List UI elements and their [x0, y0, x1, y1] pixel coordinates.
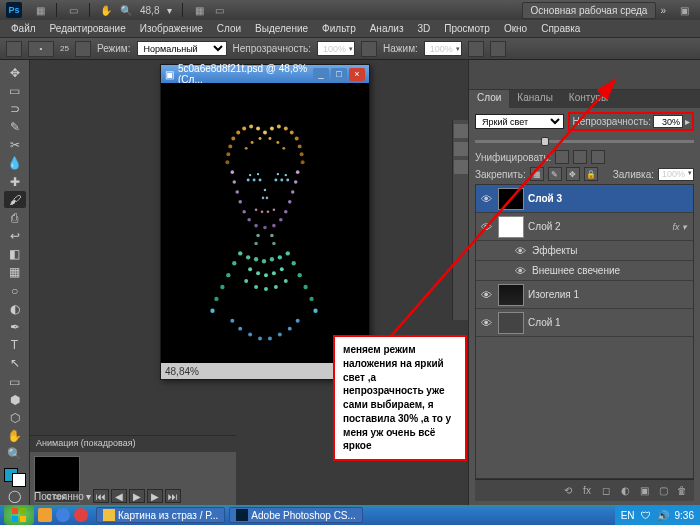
type-tool[interactable]: T — [4, 337, 26, 354]
lasso-tool[interactable]: ⊃ — [4, 100, 26, 117]
clock[interactable]: 9:36 — [675, 510, 694, 521]
language-indicator[interactable]: EN — [621, 510, 635, 521]
visibility-toggle[interactable]: 👁 — [478, 193, 494, 205]
quick-launch-icon[interactable] — [38, 508, 52, 522]
layer-name[interactable]: Слой 3 — [528, 193, 691, 204]
layer-row[interactable]: 👁 Изогелия 1 — [476, 281, 693, 309]
marquee-tool[interactable]: ▭ — [4, 82, 26, 99]
3d-camera-tool[interactable]: ⬡ — [4, 409, 26, 426]
opacity-dropdown-icon[interactable]: ▸ — [685, 116, 690, 127]
arrange-docs-icon[interactable]: ▦ — [191, 2, 207, 18]
dodge-tool[interactable]: ◐ — [4, 300, 26, 317]
blur-tool[interactable]: ○ — [4, 282, 26, 299]
tray-icon[interactable]: 🛡 — [641, 510, 651, 521]
layer-name[interactable]: Слой 1 — [528, 317, 691, 328]
menu-select[interactable]: Выделение — [248, 21, 315, 36]
opacity-slider[interactable] — [475, 135, 694, 147]
eyedropper-tool[interactable]: 💧 — [4, 155, 26, 172]
quick-launch-icon[interactable] — [74, 508, 88, 522]
layer-row[interactable]: 👁 Слой 1 — [476, 309, 693, 337]
brush-preview[interactable]: • — [28, 41, 54, 57]
unify-position-icon[interactable] — [555, 150, 569, 164]
layer-thumbnail[interactable] — [498, 312, 524, 334]
doc-maximize-button[interactable]: □ — [331, 68, 347, 81]
document-window[interactable]: ▣ 5c0a6e8d8f21t.psd @ 48,8% (Сл... _ □ × — [160, 64, 370, 380]
menu-3d[interactable]: 3D — [410, 21, 437, 36]
layer-effects-row[interactable]: 👁 Эффекты — [476, 241, 693, 261]
bridge-icon[interactable]: ▦ — [32, 2, 48, 18]
hand-tool[interactable]: ✋ — [4, 427, 26, 444]
anim-first-button[interactable]: ⏮ — [93, 489, 109, 503]
taskbar-item[interactable]: Adobe Photoshop CS... — [229, 507, 363, 523]
quick-launch-icon[interactable] — [56, 508, 70, 522]
csLive-icon[interactable]: ▣ — [676, 2, 692, 18]
zoom-toolbox[interactable]: 🔍 — [4, 446, 26, 463]
gradient-tool[interactable]: ▦ — [4, 264, 26, 281]
quick-select-tool[interactable]: ✎ — [4, 119, 26, 136]
menu-image[interactable]: Изображение — [133, 21, 210, 36]
fill-input[interactable]: 100% — [658, 168, 694, 181]
new-layer-icon[interactable]: ▢ — [655, 483, 671, 499]
layer-group-icon[interactable]: ▣ — [636, 483, 652, 499]
menu-window[interactable]: Окно — [497, 21, 534, 36]
taskbar-item[interactable]: Картина из страз / Р... — [96, 507, 225, 523]
collapsed-panel-icon[interactable] — [454, 124, 468, 138]
unify-style-icon[interactable] — [591, 150, 605, 164]
status-zoom[interactable]: 48,84% — [165, 366, 199, 377]
anim-prev-button[interactable]: ◀ — [111, 489, 127, 503]
layer-thumbnail[interactable] — [498, 284, 524, 306]
visibility-toggle[interactable]: 👁 — [478, 317, 494, 329]
view-extras-icon[interactable]: ▭ — [65, 2, 81, 18]
healing-tool[interactable]: ✚ — [4, 173, 26, 190]
layer-row[interactable]: 👁 Слой 3 — [476, 185, 693, 213]
collapsed-panel-icon[interactable] — [454, 142, 468, 156]
layer-thumbnail[interactable] — [498, 188, 524, 210]
loop-select[interactable]: Постоянно — [34, 491, 84, 502]
zoom-tool-icon[interactable]: 🔍 — [118, 2, 134, 18]
layer-name[interactable]: Изогелия 1 — [528, 289, 691, 300]
anim-last-button[interactable]: ⏭ — [165, 489, 181, 503]
tray-icon[interactable]: 🔊 — [657, 510, 669, 521]
layer-name[interactable]: Слой 2 — [528, 221, 668, 232]
brush-panel-icon[interactable] — [75, 41, 91, 57]
menu-view[interactable]: Просмотр — [437, 21, 497, 36]
tablet-size-icon[interactable] — [490, 41, 506, 57]
adjustment-layer-icon[interactable]: ◐ — [617, 483, 633, 499]
3d-tool[interactable]: ⬢ — [4, 391, 26, 408]
collapsed-top-panel[interactable] — [469, 60, 700, 90]
history-brush-tool[interactable]: ↩ — [4, 228, 26, 245]
menu-edit[interactable]: Редактирование — [43, 21, 133, 36]
workspace-switcher[interactable]: Основная рабочая среда — [522, 2, 657, 19]
tab-paths[interactable]: Контуры — [561, 90, 616, 108]
layer-thumbnail[interactable] — [498, 216, 524, 238]
layer-opacity-input[interactable] — [653, 115, 683, 128]
airbrush-icon[interactable] — [468, 41, 484, 57]
visibility-toggle[interactable]: 👁 — [478, 221, 494, 233]
blend-mode-select[interactable]: Яркий свет — [475, 114, 564, 129]
hand-tool-icon[interactable]: ✋ — [98, 2, 114, 18]
visibility-toggle[interactable]: 👁 — [478, 289, 494, 301]
layer-style-icon[interactable]: fx — [579, 483, 595, 499]
lock-all-icon[interactable]: 🔒 — [584, 167, 598, 181]
opacity-input[interactable]: 100% — [317, 41, 355, 56]
anim-play-button[interactable]: ▶ — [129, 489, 145, 503]
stamp-tool[interactable]: ⎙ — [4, 209, 26, 226]
menu-help[interactable]: Справка — [534, 21, 587, 36]
start-button[interactable] — [4, 505, 34, 525]
shape-tool[interactable]: ▭ — [4, 373, 26, 390]
collapsed-panel-icon[interactable] — [454, 160, 468, 174]
tablet-opacity-icon[interactable] — [361, 41, 377, 57]
tab-channels[interactable]: Каналы — [509, 90, 561, 108]
menu-filter[interactable]: Фильтр — [315, 21, 363, 36]
brush-tool[interactable]: 🖌 — [4, 191, 26, 208]
lock-position-icon[interactable]: ✥ — [566, 167, 580, 181]
anim-next-button[interactable]: ▶ — [147, 489, 163, 503]
path-select-tool[interactable]: ↖ — [4, 355, 26, 372]
doc-minimize-button[interactable]: _ — [313, 68, 329, 81]
collapsed-dock[interactable] — [452, 120, 468, 320]
eraser-tool[interactable]: ◧ — [4, 246, 26, 263]
lock-transparency-icon[interactable]: ▦ — [530, 167, 544, 181]
document-canvas[interactable] — [161, 83, 369, 363]
menu-layer[interactable]: Слои — [210, 21, 248, 36]
visibility-toggle[interactable]: 👁 — [512, 265, 528, 277]
